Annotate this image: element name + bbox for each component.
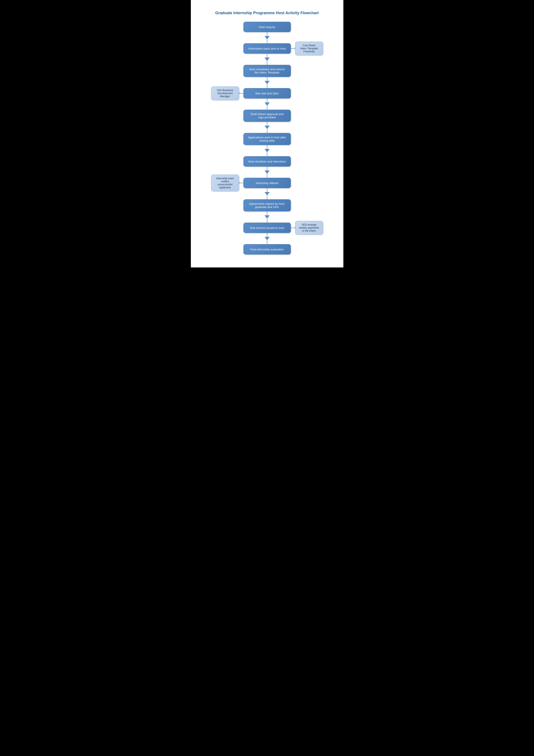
arrow-down-1: [265, 58, 270, 61]
step-box-invoice: One invoice issued to host: [243, 223, 291, 233]
connector-2: [265, 77, 270, 88]
side-note-invoice: UEA arrange weekly payments to the inter…: [295, 221, 323, 235]
arrow-line-3: [267, 98, 267, 102]
arrow-line-0: [267, 32, 267, 36]
arrow-down-5: [265, 149, 270, 152]
step-box-evaluation: Post-internship evaluation: [243, 244, 291, 255]
flowchart: Host enquiryInformation pack sent to hos…: [197, 22, 337, 255]
arrow-down-3: [265, 102, 270, 106]
step-box-internship-offered: Internship offered: [243, 178, 291, 188]
arrow-line-9: [267, 233, 267, 237]
arrow-down-6: [265, 171, 270, 174]
page-title: Graduate Internship Programme Host Activ…: [197, 11, 337, 15]
flow-step-invoice: One invoice issued to hostUEA arrange we…: [197, 223, 337, 244]
side-note-site-visit: UEA Business Development Manager: [211, 86, 239, 100]
step-box-info-pack: Information pack sent to host: [243, 43, 291, 54]
arrow-down-2: [265, 81, 270, 84]
arrow-line-7: [267, 188, 267, 192]
page: Graduate Internship Programme Host Activ…: [191, 0, 343, 267]
arrow-line2-8: [267, 219, 267, 223]
side-arrow-site-visit: [239, 93, 243, 94]
arrow-line2-9: [267, 240, 267, 244]
connector-6: [265, 167, 270, 178]
connector-1: [265, 54, 270, 65]
connector-0: [265, 32, 270, 43]
arrow-down-4: [265, 126, 270, 129]
arrow-down-7: [265, 192, 270, 196]
arrow-line2-5: [267, 152, 267, 156]
side-note-internship-offered: Internship team notifies unsuccessful ap…: [211, 175, 239, 191]
side-arrow-info-pack: [291, 48, 295, 49]
connector-5: [265, 145, 270, 156]
arrow-down-9: [265, 237, 270, 240]
connector-8: [265, 211, 270, 223]
flow-step-evaluation: Post-internship evaluation: [197, 244, 337, 255]
step-box-intern-template: Host completes and returns the Intern Te…: [243, 65, 291, 77]
flow-step-info-pack: Information pack sent to hostCost SheetI…: [197, 43, 337, 65]
step-box-agreements: Agreements signed by host, graduate and …: [243, 199, 291, 211]
step-box-host-enquiry: Host enquiry: [243, 22, 291, 32]
arrow-line-8: [267, 211, 267, 215]
flow-step-applications-sent: Applications sent to host after closing …: [197, 133, 337, 156]
connector-9: [265, 233, 270, 244]
side-arrow-internship-offered: [239, 183, 243, 183]
arrow-line-1: [267, 54, 267, 58]
flow-step-site-visit: Site visit and Q&AUEA Business Developme…: [197, 88, 337, 110]
step-box-site-visit: Site visit and Q&A: [243, 88, 291, 98]
step-box-applications-sent: Applications sent to host after closing …: [243, 133, 291, 145]
step-box-draft-advert: Draft Advert approval and logo provided: [243, 110, 291, 122]
connector-4: [265, 122, 270, 133]
arrow-line2-2: [267, 84, 267, 88]
flow-step-host-enquiry: Host enquiry: [197, 22, 337, 43]
flow-step-draft-advert: Draft Advert approval and logo provided: [197, 110, 337, 133]
connector-3: [265, 98, 270, 110]
arrow-line2-6: [267, 174, 267, 178]
arrow-line-2: [267, 77, 267, 81]
side-note-info-pack: Cost SheetIntern TemplateFlowchart: [295, 41, 323, 55]
arrow-line-5: [267, 145, 267, 149]
arrow-line2-0: [267, 40, 267, 43]
arrow-down-0: [265, 36, 270, 40]
arrow-line2-4: [267, 129, 267, 133]
flow-step-internship-offered: Internship offeredInternship team notifi…: [197, 178, 337, 199]
step-box-shortlist: Host shortlists and interviews: [243, 156, 291, 167]
flow-step-agreements: Agreements signed by host, graduate and …: [197, 199, 337, 223]
arrow-down-8: [265, 215, 270, 219]
flow-step-intern-template: Host completes and returns the Intern Te…: [197, 65, 337, 88]
arrow-line2-3: [267, 106, 267, 110]
arrow-line-6: [267, 167, 267, 171]
arrow-line2-1: [267, 61, 267, 65]
side-arrow-invoice: [291, 228, 295, 228]
arrow-line2-7: [267, 196, 267, 199]
connector-7: [265, 188, 270, 199]
arrow-line-4: [267, 122, 267, 126]
